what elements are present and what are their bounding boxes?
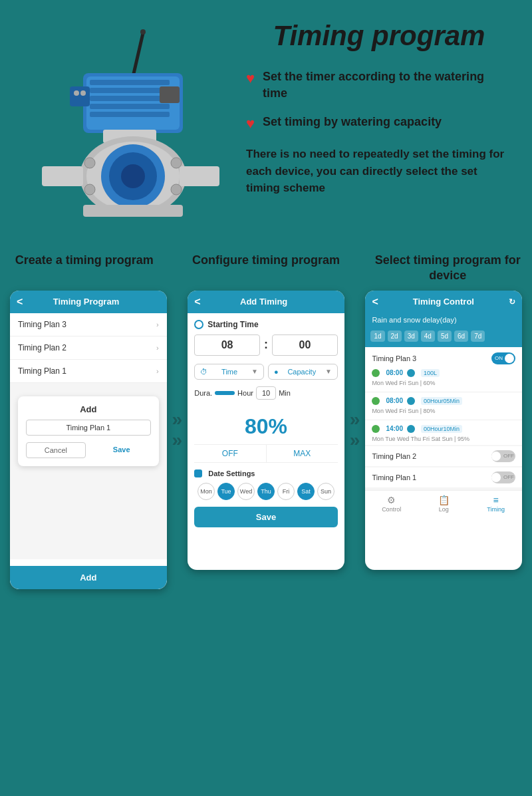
- day-btn-6d[interactable]: 6d: [454, 331, 468, 342]
- phone1-back-icon[interactable]: <: [17, 296, 23, 308]
- time-icon-sm: ⏱: [200, 368, 207, 376]
- max-button[interactable]: MAX: [267, 445, 338, 462]
- toggle-knob-1: [491, 473, 501, 482]
- nav-timing[interactable]: ≡ Timing: [469, 495, 522, 513]
- cap-dropdown-icon: ▼: [325, 368, 332, 375]
- heart-icon-2: ♥: [246, 115, 255, 132]
- divider-1: [365, 392, 522, 392]
- schedule-item-2: 08:00 00Hour05Min: [365, 395, 522, 407]
- nav-timing-label: Timing: [487, 506, 505, 513]
- phone3-header: < Timing Control ↻: [365, 291, 522, 313]
- refresh-icon[interactable]: ↻: [509, 297, 515, 307]
- top-section: Timing program ♥ Set the timer according…: [0, 0, 532, 246]
- list-item-plan1[interactable]: Timing Plan 1 ›: [10, 360, 167, 383]
- svg-point-22: [171, 184, 182, 195]
- forward-arrow-2-icon: »: [350, 410, 360, 429]
- time-select-btn[interactable]: ⏱ Time ▼: [194, 364, 264, 380]
- phone2-title: Add Timing: [206, 297, 322, 307]
- toggle-off-label-1: OFF: [503, 474, 514, 480]
- day-btn-2d[interactable]: 2d: [388, 331, 402, 342]
- date-settings-label: Date Settings: [194, 469, 338, 477]
- list-item-plan3[interactable]: Timing Plan 3 ›: [10, 313, 167, 336]
- toggle-knob: [505, 354, 514, 363]
- phone3-mock: < Timing Control ↻ Rain and snow delay(d…: [365, 291, 522, 570]
- phone-labels-row: Create a timing program Configure timing…: [10, 253, 522, 284]
- toggle-off-indicator-1[interactable]: OFF: [491, 471, 515, 483]
- day-tue[interactable]: Tue: [217, 483, 235, 500]
- svg-point-21: [171, 158, 182, 168]
- toggle-off-indicator-2[interactable]: OFF: [491, 450, 515, 462]
- plan1-toggle[interactable]: OFF: [491, 471, 515, 483]
- plan3-toggle[interactable]: ON: [491, 352, 515, 364]
- day-btn-3d[interactable]: 3d: [404, 331, 418, 342]
- plan1-label: Timing Plan 1: [18, 366, 66, 376]
- sched1-days: Mon Wed Fri Sun | 60%: [365, 379, 522, 389]
- phones-row: < Timing Program Timing Plan 3 › Timing …: [10, 291, 522, 589]
- divider-2: [365, 420, 522, 420]
- day-btn-1d[interactable]: 1d: [370, 331, 384, 342]
- day-fri[interactable]: Fri: [277, 483, 295, 500]
- right-content: Timing program ♥ Set the timer according…: [239, 20, 512, 197]
- day-mon[interactable]: Mon: [198, 483, 215, 500]
- day-wed[interactable]: Wed: [237, 483, 255, 500]
- nav-log-label: Log: [439, 506, 449, 513]
- phone2-mock: < Add Timing Starting Time 08 : 00 ⏱ T: [188, 291, 344, 570]
- capacity-select-btn[interactable]: ● Capacity ▼: [268, 364, 338, 380]
- plan2-toggle[interactable]: OFF: [491, 450, 515, 462]
- heart-icon-1: ♥: [246, 70, 255, 87]
- plan1-title: Timing Plan 1: [372, 473, 416, 481]
- blue-dot-icon-1: [407, 369, 415, 377]
- capacity-label: Capacity: [287, 368, 316, 376]
- phone2-back-icon[interactable]: <: [194, 296, 200, 308]
- list-item-plan2[interactable]: Timing Plan 2 ›: [10, 336, 167, 360]
- dura-label: Dura.: [194, 389, 212, 397]
- bullet-list: ♥ Set the timer according to the waterin…: [246, 68, 512, 132]
- sched1-time: 08:00: [386, 369, 403, 376]
- phone1-body: Timing Plan 3 › Timing Plan 2 › Timing P…: [10, 313, 167, 559]
- add-dialog-title: Add: [26, 404, 151, 414]
- time-input-row: 08 : 00: [194, 334, 338, 356]
- svg-point-18: [121, 164, 145, 188]
- phone3-back-icon[interactable]: <: [372, 296, 378, 308]
- minute-input[interactable]: 00: [272, 334, 338, 356]
- toggle-knob-2: [491, 452, 501, 461]
- svg-rect-5: [90, 88, 170, 93]
- day-btn-5d[interactable]: 5d: [438, 331, 452, 342]
- toggle-on-indicator[interactable]: ON: [491, 352, 515, 364]
- forward-arrow-1-icon: »: [172, 410, 183, 429]
- svg-rect-23: [83, 205, 183, 217]
- clock-icon: [194, 320, 203, 329]
- blue-dot-icon-2: [407, 397, 415, 405]
- plan1-chevron-icon: ›: [156, 367, 159, 375]
- control-icon: ⚙: [365, 495, 418, 505]
- day-btn-7d[interactable]: 7d: [471, 331, 485, 342]
- timing-icon: ≡: [469, 495, 522, 505]
- bullet-text-2: Set timing by watering capacity: [263, 114, 442, 130]
- starting-time-label: Starting Time: [194, 320, 338, 329]
- nav-control[interactable]: ⚙ Control: [365, 495, 418, 513]
- min-value-box[interactable]: 10: [256, 386, 276, 400]
- hour-input[interactable]: 08: [194, 334, 260, 356]
- percent-display: 80%: [194, 408, 338, 444]
- day-sun[interactable]: Sun: [317, 483, 334, 500]
- save-button[interactable]: Save: [92, 442, 151, 458]
- bullet-item-1: ♥ Set the timer according to the waterin…: [246, 68, 512, 102]
- date-icon: [194, 469, 202, 477]
- cap-icon-sm: ●: [274, 368, 279, 376]
- cancel-button[interactable]: Cancel: [26, 442, 86, 458]
- plan3-label: Timing Plan 3: [18, 320, 66, 329]
- dura-value-box[interactable]: [215, 391, 235, 395]
- svg-point-10: [74, 90, 79, 96]
- off-button[interactable]: OFF: [194, 445, 266, 462]
- day-btn-4d[interactable]: 4d: [421, 331, 435, 342]
- phone1-add-button[interactable]: Add: [10, 566, 167, 589]
- day-sat[interactable]: Sat: [297, 483, 315, 500]
- blue-dot-icon-3: [407, 425, 415, 433]
- day-thu[interactable]: Thu: [257, 483, 275, 500]
- sched2-days: Mon Wed Fri Sun | 80%: [365, 407, 522, 417]
- phone2-save-button[interactable]: Save: [194, 507, 338, 527]
- time-label: Time: [221, 368, 237, 376]
- add-dialog-input[interactable]: [26, 420, 151, 436]
- svg-rect-24: [42, 166, 83, 186]
- nav-log[interactable]: 📋 Log: [418, 495, 470, 513]
